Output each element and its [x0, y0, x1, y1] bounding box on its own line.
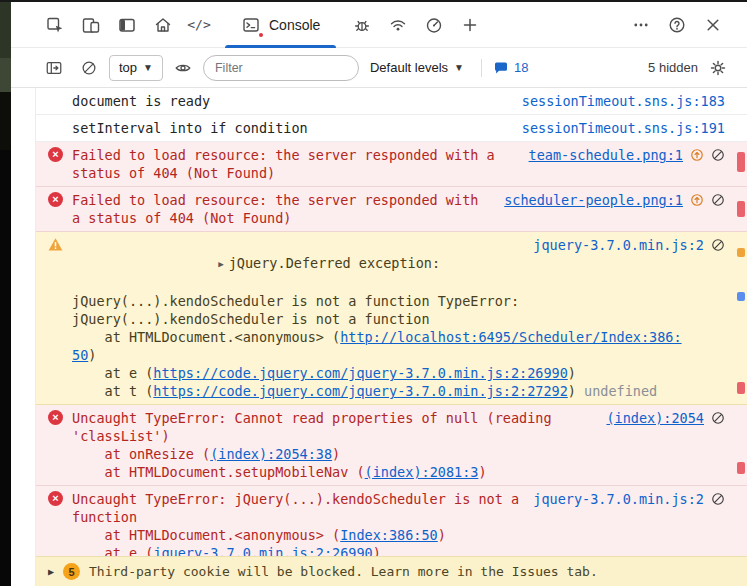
- console-message-warning: ▶jQuery.Deferred exception: jquery-3.7.0…: [36, 232, 747, 405]
- console-left-gutter: [11, 88, 36, 586]
- message-text: Uncaught TypeError: Cannot read properti…: [72, 409, 594, 445]
- console-icon: [241, 15, 261, 35]
- search-web-icon[interactable]: [690, 148, 704, 162]
- more-options-icon[interactable]: [623, 8, 659, 42]
- copilot-explain-icon[interactable]: [711, 148, 725, 162]
- copilot-explain-icon[interactable]: [711, 238, 725, 252]
- dock-panel-icon[interactable]: [109, 8, 145, 42]
- stack-frame-link[interactable]: Index:386:50: [340, 527, 438, 543]
- stack-frame: at HTMLDocument.<anonymous> (http://loca…: [72, 328, 682, 364]
- scroll-error-mark[interactable]: [737, 201, 745, 217]
- stack-frame-link[interactable]: (index):2081:3: [365, 464, 479, 480]
- copilot-explain-icon[interactable]: [711, 411, 725, 425]
- messages-counter[interactable]: 18: [493, 60, 528, 76]
- source-link[interactable]: scheduler-people.png:1: [504, 191, 683, 209]
- network-icon[interactable]: [380, 8, 416, 42]
- console-message-error: × Failed to load resource: the server re…: [36, 187, 747, 232]
- log-levels-label: Default levels: [370, 60, 448, 75]
- console-content: document is ready sessionTimeout.sns.js:…: [11, 88, 747, 586]
- help-icon[interactable]: [659, 8, 695, 42]
- undefined-value: undefined: [584, 383, 657, 399]
- console-message-error: × Uncaught TypeError: jQuery(...).kendoS…: [36, 486, 747, 556]
- page-background-strip: [0, 2, 11, 586]
- messages-count-label: 18: [514, 60, 528, 75]
- source-link[interactable]: sessionTimeout.sns.js:183: [522, 92, 725, 110]
- copilot-explain-icon[interactable]: [711, 193, 725, 207]
- source-link[interactable]: (index):2054: [606, 409, 704, 427]
- inspect-icon[interactable]: [37, 8, 73, 42]
- stack-frame: at HTMLDocument.setupMobileNav ((index):…: [72, 463, 682, 481]
- message-text: document is ready: [72, 92, 510, 110]
- chevron-down-icon: ▼: [143, 63, 153, 73]
- console-pane: document is ready sessionTimeout.sns.js:…: [36, 88, 747, 586]
- issue-bar-text: Third-party cookie will be blocked. Lear…: [89, 563, 598, 581]
- console-settings-gear-icon[interactable]: [703, 54, 733, 82]
- clear-console-icon[interactable]: [74, 54, 104, 82]
- bug-icon[interactable]: [344, 8, 380, 42]
- error-icon: ×: [48, 491, 63, 506]
- stack-frame: at HTMLDocument.<anonymous> (Index:386:5…: [72, 526, 682, 544]
- search-web-icon[interactable]: [690, 193, 704, 207]
- source-link[interactable]: sessionTimeout.sns.js:191: [522, 119, 725, 137]
- error-icon: ×: [48, 410, 63, 425]
- console-message-log: setInterval into if condition sessionTim…: [36, 115, 747, 142]
- stack-frame-link[interactable]: jquery-3.7.0.min.js:2:26990: [153, 545, 372, 556]
- source-link[interactable]: jquery-3.7.0.min.js:2: [533, 490, 704, 508]
- stack-frame: at e (https://code.jquery.com/jquery-3.7…: [72, 364, 682, 382]
- error-icon: ×: [48, 147, 63, 162]
- message-text: Failed to load resource: the server resp…: [72, 191, 492, 227]
- scroll-error-mark[interactable]: [737, 248, 745, 257]
- stack-frame-link[interactable]: https://code.jquery.com/jquery-3.7.0.min…: [153, 383, 568, 399]
- frame-context-label: top: [119, 60, 137, 75]
- source-link[interactable]: jquery-3.7.0.min.js:2: [533, 236, 704, 254]
- filter-input[interactable]: [203, 55, 359, 81]
- stack-frame: at onResize ((index):2054:38): [72, 445, 682, 463]
- console-sidebar-toggle-icon[interactable]: [39, 54, 69, 82]
- hidden-messages-label: 5 hidden: [648, 60, 698, 75]
- tab-console[interactable]: Console: [221, 2, 340, 48]
- performance-icon[interactable]: [416, 8, 452, 42]
- console-messages: document is ready sessionTimeout.sns.js:…: [36, 88, 747, 556]
- console-error-badge: [257, 31, 265, 39]
- stack-frame-link[interactable]: https://code.jquery.com/jquery-3.7.0.min…: [153, 365, 568, 381]
- console-message-error: × Failed to load resource: the server re…: [36, 142, 747, 187]
- copilot-explain-icon[interactable]: [711, 492, 725, 506]
- home-icon[interactable]: [145, 8, 181, 42]
- console-message-log: document is ready sessionTimeout.sns.js:…: [36, 88, 747, 115]
- message-text: Failed to load resource: the server resp…: [72, 146, 517, 182]
- warning-icon: [48, 237, 63, 252]
- issue-count-badge: 5: [63, 563, 80, 580]
- stack-frame: at t (https://code.jquery.com/jquery-3.7…: [72, 382, 682, 400]
- scroll-error-mark[interactable]: [737, 462, 745, 474]
- close-icon[interactable]: [695, 8, 731, 42]
- elements-icon[interactable]: </>: [181, 8, 217, 42]
- error-icon: ×: [48, 192, 63, 207]
- frame-context-selector[interactable]: top ▼: [109, 55, 163, 81]
- tab-console-label: Console: [269, 17, 320, 33]
- expand-stack-icon[interactable]: ▶: [218, 255, 223, 273]
- message-text: jQuery.Deferred exception:: [229, 255, 440, 271]
- console-message-error: × Uncaught TypeError: Cannot read proper…: [36, 405, 747, 486]
- scroll-error-mark[interactable]: [737, 152, 745, 172]
- expand-issues-icon[interactable]: ▶: [48, 563, 54, 581]
- scroll-error-mark[interactable]: [737, 292, 745, 301]
- log-levels-dropdown[interactable]: Default levels ▼: [364, 55, 470, 81]
- message-text: Uncaught TypeError: jQuery(...).kendoSch…: [72, 490, 521, 526]
- console-toolbar: top ▼ Default levels ▼ 18 5 hidden: [11, 48, 747, 88]
- scroll-error-mark[interactable]: [737, 382, 745, 394]
- chevron-down-icon: ▼: [454, 63, 464, 73]
- devtools-main-toolbar: </> Console: [11, 2, 747, 48]
- add-tab-icon[interactable]: [452, 8, 488, 42]
- issues-bar[interactable]: ▶ 5 Third-party cookie will be blocked. …: [36, 556, 747, 586]
- source-link[interactable]: team-schedule.png:1: [529, 146, 683, 164]
- message-text: setInterval into if condition: [72, 119, 510, 137]
- device-emulation-icon[interactable]: [73, 8, 109, 42]
- stack-frame-link[interactable]: (index):2054:38: [210, 446, 332, 462]
- devtools-window: </> Console: [0, 0, 747, 586]
- devtools-panel: </> Console: [11, 2, 747, 586]
- live-expression-eye-icon[interactable]: [168, 54, 198, 82]
- message-text: jQuery(...).kendoScheduler is not a func…: [72, 292, 725, 328]
- message-bubble-icon: [493, 60, 509, 76]
- stack-frame: at e (jquery-3.7.0.min.js:2:26990): [72, 544, 682, 556]
